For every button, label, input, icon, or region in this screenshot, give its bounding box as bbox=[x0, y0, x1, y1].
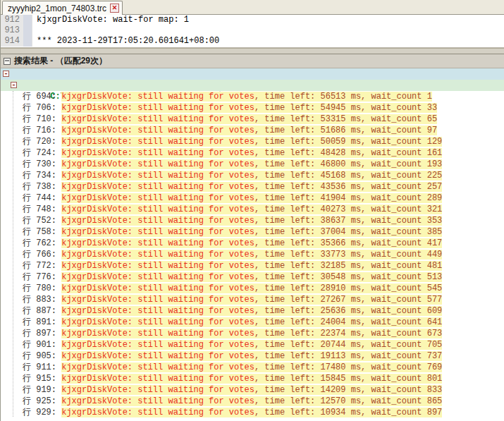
result-line-number: 行 762: bbox=[23, 238, 61, 248]
result-line-number: 行 730: bbox=[23, 159, 61, 169]
search-result-row[interactable]: 行 710: kjxgrDiskVote: still waiting for … bbox=[1, 114, 504, 125]
search-result-row[interactable]: 行 891: kjxgrDiskVote: still waiting for … bbox=[1, 317, 504, 328]
result-rest-text: , time left: 30548 ms, wait_count 513 bbox=[254, 272, 442, 282]
tab-bar: zyyyhip2_1mon_74803.trc ✕ bbox=[1, 0, 504, 15]
search-result-row[interactable]: 行 919: kjxgrDiskVote: still waiting for … bbox=[1, 384, 504, 396]
result-rest-text: , time left: 15845 ms, wait_count 801 bbox=[254, 374, 442, 384]
result-match-text: kjxgrDiskVote: still waiting for votes bbox=[61, 148, 254, 158]
collapse-file-icon[interactable]: - bbox=[11, 82, 17, 88]
result-match-text: kjxgrDiskVote: still waiting for votes bbox=[61, 329, 254, 338]
search-result-row[interactable]: 行 720: kjxgrDiskVote: still waiting for … bbox=[1, 136, 504, 147]
search-result-row[interactable]: 行 887: kjxgrDiskVote: still waiting for … bbox=[1, 305, 504, 317]
search-result-row[interactable]: 行 901: kjxgrDiskVote: still waiting for … bbox=[1, 339, 504, 350]
result-rest-text: , time left: 48428 ms, wait_count 161 bbox=[254, 148, 442, 158]
collapse-search-icon[interactable]: - bbox=[3, 71, 9, 77]
result-match-text: kjxgrDiskVote: still waiting for votes bbox=[61, 103, 254, 113]
result-line-number: 行 758: bbox=[23, 227, 61, 237]
result-rest-text: , time left: 43536 ms, wait_count 257 bbox=[254, 182, 442, 192]
result-line-number: 行 734: bbox=[23, 171, 61, 181]
search-result-row[interactable]: 行 694: kjxgrDiskVote: still waiting for … bbox=[1, 91, 504, 102]
result-rest-text: , time left: 14209 ms, wait_count 833 bbox=[254, 385, 442, 395]
result-rest-text: , time left: 28910 ms, wait_count 545 bbox=[254, 283, 442, 293]
search-result-row[interactable]: 行 706: kjxgrDiskVote: still waiting for … bbox=[1, 102, 504, 114]
result-rest-text: , time left: 54945 ms, wait_count 33 bbox=[254, 103, 437, 113]
file-header-row[interactable]: -C:\Users\Administrator\Desktop\日志\node2… bbox=[1, 80, 504, 91]
search-result-row[interactable]: 行 905: kjxgrDiskVote: still waiting for … bbox=[1, 350, 504, 362]
result-match-text: kjxgrDiskVote: still waiting for votes bbox=[61, 306, 254, 316]
panel-splitter[interactable] bbox=[1, 48, 504, 54]
bookmark-margin[interactable] bbox=[23, 15, 32, 25]
result-match-text: kjxgrDiskVote: still waiting for votes bbox=[61, 351, 254, 361]
search-result-row[interactable]: 行 748: kjxgrDiskVote: still waiting for … bbox=[1, 204, 504, 215]
result-rest-text: , time left: 24004 ms, wait_count 641 bbox=[254, 317, 442, 327]
result-rest-text: , time left: 37004 ms, wait_count 385 bbox=[254, 227, 442, 237]
result-line-number: 行 724: bbox=[23, 148, 61, 158]
result-line-number: 行 772: bbox=[23, 261, 61, 271]
search-result-row[interactable]: 行 738: kjxgrDiskVote: still waiting for … bbox=[1, 181, 504, 193]
result-rest-text: , time left: 17480 ms, wait_count 769 bbox=[254, 362, 442, 372]
result-rest-text: , time left: 19113 ms, wait_count 737 bbox=[254, 351, 442, 361]
result-line-number: 行 748: bbox=[23, 205, 61, 214]
search-result-row[interactable]: 行 925: kjxgrDiskVote: still waiting for … bbox=[1, 396, 504, 407]
result-line-number: 行 887: bbox=[23, 306, 61, 316]
search-result-row[interactable]: 行 772: kjxgrDiskVote: still waiting for … bbox=[1, 260, 504, 271]
search-result-row[interactable]: 行 776: kjxgrDiskVote: still waiting for … bbox=[1, 271, 504, 283]
search-result-row[interactable]: 行 734: kjxgrDiskVote: still waiting for … bbox=[1, 170, 504, 181]
result-match-text: kjxgrDiskVote: still waiting for votes bbox=[61, 317, 254, 327]
result-match-text: kjxgrDiskVote: still waiting for votes bbox=[61, 385, 254, 395]
search-result-row[interactable]: 行 780: kjxgrDiskVote: still waiting for … bbox=[1, 283, 504, 294]
result-match-text: kjxgrDiskVote: still waiting for votes bbox=[61, 92, 254, 102]
result-match-text: kjxgrDiskVote: still waiting for votes bbox=[61, 193, 254, 203]
search-result-row[interactable]: 行 730: kjxgrDiskVote: still waiting for … bbox=[1, 159, 504, 170]
app-window: zyyyhip2_1mon_74803.trc ✕ 912kjxgrDiskVo… bbox=[0, 0, 504, 421]
result-match-text: kjxgrDiskVote: still waiting for votes bbox=[61, 205, 254, 214]
tab-close-icon[interactable]: ✕ bbox=[110, 4, 119, 13]
result-line-number: 行 716: bbox=[23, 126, 61, 135]
result-rest-text: , time left: 10934 ms, wait_count 897 bbox=[254, 408, 442, 417]
search-result-row[interactable]: 行 897: kjxgrDiskVote: still waiting for … bbox=[1, 328, 504, 339]
result-line-number: 行 883: bbox=[23, 295, 61, 305]
result-rest-text: , time left: 22374 ms, wait_count 673 bbox=[254, 329, 442, 338]
result-rest-text: , time left: 51686 ms, wait_count 97 bbox=[254, 126, 437, 135]
search-results-title: 搜索结果 - （匹配29次） bbox=[14, 55, 107, 67]
result-line-number: 行 776: bbox=[23, 272, 61, 282]
result-line-number: 行 897: bbox=[23, 329, 61, 338]
result-line-number: 行 766: bbox=[23, 250, 61, 260]
line-number: 914 bbox=[1, 36, 23, 47]
result-match-text: kjxgrDiskVote: still waiting for votes bbox=[61, 272, 254, 282]
search-result-row[interactable]: 行 744: kjxgrDiskVote: still waiting for … bbox=[1, 193, 504, 204]
search-header-row[interactable]: -搜索 "kjxgrDiskVote: still waiting for vo… bbox=[1, 68, 504, 80]
search-result-row[interactable]: 行 758: kjxgrDiskVote: still waiting for … bbox=[1, 226, 504, 238]
result-match-text: kjxgrDiskVote: still waiting for votes bbox=[61, 374, 254, 384]
search-results-icon bbox=[4, 58, 11, 65]
search-result-row[interactable]: 行 915: kjxgrDiskVote: still waiting for … bbox=[1, 373, 504, 384]
search-result-row[interactable]: 行 766: kjxgrDiskVote: still waiting for … bbox=[1, 249, 504, 260]
result-rest-text: , time left: 56513 ms, wait_count 1 bbox=[254, 92, 432, 102]
result-line-number: 行 752: bbox=[23, 216, 61, 226]
search-result-row[interactable]: 行 716: kjxgrDiskVote: still waiting for … bbox=[1, 125, 504, 136]
result-match-text: kjxgrDiskVote: still waiting for votes bbox=[61, 295, 254, 305]
search-results-titlebar: 搜索结果 - （匹配29次） bbox=[1, 54, 504, 68]
result-rest-text: , time left: 33773 ms, wait_count 449 bbox=[254, 250, 442, 260]
search-result-row[interactable]: 行 762: kjxgrDiskVote: still waiting for … bbox=[1, 238, 504, 249]
line-number: 912 bbox=[1, 15, 23, 25]
result-rest-text: , time left: 35366 ms, wait_count 417 bbox=[254, 238, 442, 248]
search-result-row[interactable]: 行 752: kjxgrDiskVote: still waiting for … bbox=[1, 215, 504, 226]
search-results-panel: -搜索 "kjxgrDiskVote: still waiting for vo… bbox=[1, 68, 504, 421]
result-match-text: kjxgrDiskVote: still waiting for votes bbox=[61, 408, 254, 417]
result-line-number: 行 720: bbox=[23, 137, 61, 147]
search-result-row[interactable]: 行 929: kjxgrDiskVote: still waiting for … bbox=[1, 407, 504, 418]
result-line-number: 行 744: bbox=[23, 193, 61, 203]
result-line-number: 行 919: bbox=[23, 385, 61, 395]
bookmark-margin[interactable] bbox=[23, 36, 32, 47]
result-rest-text: , time left: 32185 ms, wait_count 481 bbox=[254, 261, 442, 271]
search-result-row[interactable]: 行 724: kjxgrDiskVote: still waiting for … bbox=[1, 147, 504, 159]
editor-area[interactable]: 912kjxgrDiskVote: wait-for map: 1913914*… bbox=[1, 15, 504, 48]
result-match-text: kjxgrDiskVote: still waiting for votes bbox=[61, 250, 254, 260]
bookmark-margin[interactable] bbox=[23, 25, 32, 36]
result-rest-text: , time left: 20744 ms, wait_count 705 bbox=[254, 340, 442, 350]
search-result-row[interactable]: 行 911: kjxgrDiskVote: still waiting for … bbox=[1, 362, 504, 373]
result-line-number: 行 891: bbox=[23, 317, 61, 327]
file-tab[interactable]: zyyyhip2_1mon_74803.trc ✕ bbox=[2, 1, 123, 15]
search-result-row[interactable]: 行 883: kjxgrDiskVote: still waiting for … bbox=[1, 294, 504, 305]
